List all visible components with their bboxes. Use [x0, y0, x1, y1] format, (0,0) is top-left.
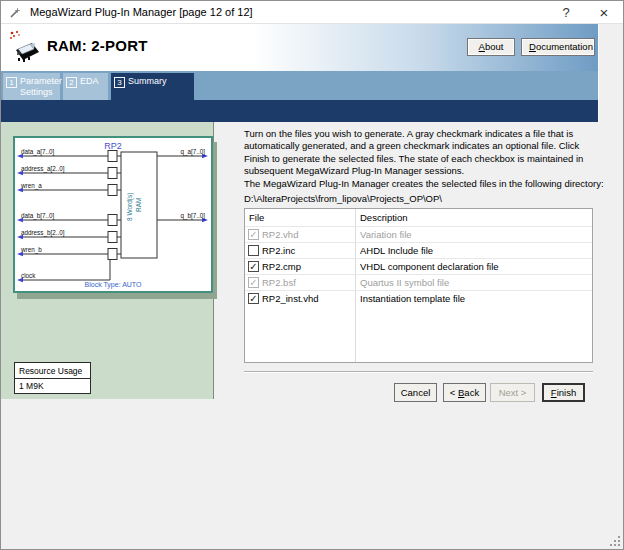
file-description: AHDL Include file — [360, 243, 433, 259]
block-diagram-svg: RP2 8 Word(s) RAM — [15, 138, 211, 291]
port-label: data_b[7..0] — [21, 212, 55, 220]
active-tab-band — [1, 100, 599, 122]
column-header-file: File — [249, 209, 264, 226]
tab-summary[interactable]: 3 Summary — [111, 73, 194, 102]
file-description: Instantiation template file — [360, 291, 465, 307]
table-row[interactable]: RP2.cmp VHDL component declaration file — [245, 258, 592, 274]
column-header-description: Description — [360, 209, 408, 226]
megawizard-icon — [9, 30, 41, 64]
next-button: Next > — [490, 383, 535, 402]
table-row[interactable]: RP2.inc AHDL Include file — [245, 242, 592, 258]
window-title: MegaWizard Plug-In Manager [page 12 of 1… — [30, 6, 253, 18]
file-description: Variation file — [360, 227, 412, 243]
file-checkbox[interactable] — [248, 277, 259, 288]
header: RAM: 2-PORT About Documentation — [1, 24, 599, 71]
close-button[interactable]: × — [587, 1, 621, 23]
tab-label: Parameter Settings — [20, 76, 62, 97]
port-label: address_b[2..0] — [21, 229, 65, 237]
summary-intro-text: Turn on the files you wish to generate. … — [244, 128, 606, 177]
tab-number: 2 — [66, 77, 77, 88]
directory-label: The MegaWizard Plug-In Manager creates t… — [244, 178, 606, 189]
port-label: wren_b — [20, 246, 42, 254]
file-name: RP2.bsf — [262, 275, 296, 291]
resize-grip[interactable] — [607, 533, 620, 546]
diagram-block-name: RP2 — [104, 141, 122, 151]
tab-label: Summary — [128, 76, 167, 87]
table-header: File Description — [245, 209, 592, 226]
file-description: VHDL component declaration file — [360, 259, 499, 275]
table-row[interactable]: RP2.vhd Variation file — [245, 226, 592, 242]
tab-label: EDA — [80, 76, 99, 87]
page-title: RAM: 2-PORT — [47, 37, 148, 54]
file-checkbox[interactable] — [248, 293, 259, 304]
tab-number: 3 — [114, 77, 125, 88]
tab-strip: 1 Parameter Settings 2 EDA 3 Summary — [1, 71, 599, 100]
block-diagram: RP2 8 Word(s) RAM — [13, 136, 213, 293]
cancel-button[interactable]: Cancel — [394, 383, 437, 402]
file-checkbox[interactable] — [248, 245, 259, 256]
port-label: clock — [21, 272, 36, 279]
file-checkbox[interactable] — [248, 261, 259, 272]
megawizard-window: MegaWizard Plug-In Manager [page 12 of 1… — [0, 0, 624, 550]
about-button[interactable]: About — [467, 38, 515, 56]
port-label: address_a[2..0] — [21, 165, 65, 173]
tab-eda[interactable]: 2 EDA — [63, 73, 108, 100]
resource-usage-box: Resource Usage 1 M9K — [14, 362, 91, 394]
port-label: data_a[7..0] — [21, 148, 55, 156]
finish-button[interactable]: Finish — [542, 383, 585, 402]
port-label: q_a[7..0] — [180, 148, 205, 156]
titlebar: MegaWizard Plug-In Manager [page 12 of 1… — [1, 1, 623, 24]
file-checkbox[interactable] — [248, 229, 259, 240]
block-type-label: Block Type: AUTO — [85, 281, 142, 289]
port-label: q_b[7..0] — [180, 212, 205, 220]
back-button[interactable]: < Back — [443, 383, 486, 402]
tab-parameter-settings[interactable]: 1 Parameter Settings — [3, 73, 60, 100]
file-table: File Description RP2.vhd Variation file … — [244, 208, 593, 363]
help-button[interactable]: ? — [549, 1, 583, 23]
footer-separator — [244, 371, 593, 373]
wand-icon — [9, 6, 22, 19]
port-label: wren_a — [20, 182, 42, 190]
directory-path: D:\AlteraProjects\from_lipova\Projects_O… — [244, 193, 606, 204]
resource-usage-header: Resource Usage — [15, 363, 90, 379]
tab-number: 1 — [6, 77, 17, 88]
ram-label-2: RAM — [135, 198, 142, 212]
file-name: RP2_inst.vhd — [262, 291, 319, 307]
file-name: RP2.cmp — [262, 259, 301, 275]
documentation-button[interactable]: Documentation — [521, 38, 595, 56]
file-name: RP2.inc — [262, 243, 295, 259]
table-row[interactable]: RP2.bsf Quartus II symbol file — [245, 274, 592, 290]
table-row[interactable]: RP2_inst.vhd Instantiation template file — [245, 290, 592, 306]
ram-label-1: 8 Word(s) — [126, 193, 134, 221]
file-description: Quartus II symbol file — [360, 275, 449, 291]
resource-usage-value: 1 M9K — [15, 379, 90, 393]
file-name: RP2.vhd — [262, 227, 298, 243]
